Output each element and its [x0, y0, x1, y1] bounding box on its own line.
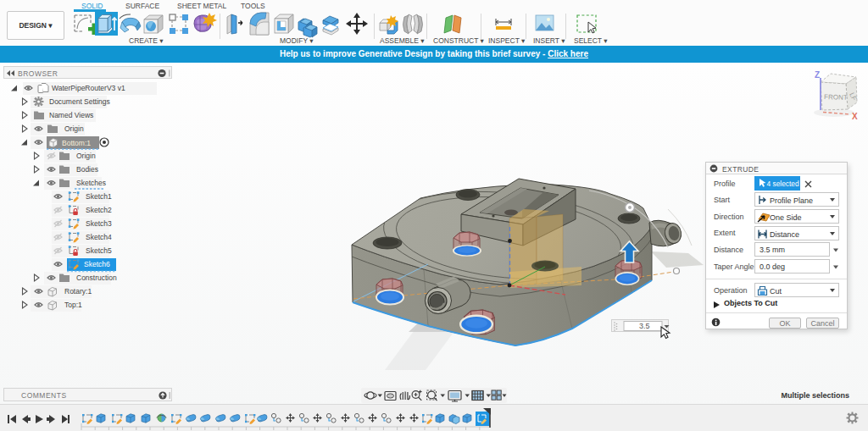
svg-text:Sketch1: Sketch1 [86, 192, 112, 201]
svg-text:Origin: Origin [76, 152, 96, 160]
svg-text:Named Views: Named Views [49, 111, 93, 119]
svg-text:4 selected: 4 selected [767, 180, 800, 188]
svg-text:Cut: Cut [770, 287, 782, 296]
svg-text:3.5: 3.5 [639, 322, 650, 330]
svg-text:FRONT: FRONT [824, 93, 848, 102]
svg-text:Bottom:1: Bottom:1 [62, 139, 91, 147]
svg-text:Top:1: Top:1 [64, 301, 82, 309]
svg-text:One Side: One Side [770, 213, 802, 222]
svg-text:Distance: Distance [770, 230, 799, 239]
svg-text:Profile Plane: Profile Plane [770, 196, 813, 205]
svg-text:Bodies: Bodies [76, 165, 98, 174]
svg-text:Sketch3: Sketch3 [86, 219, 112, 228]
svg-text:Origin: Origin [64, 124, 84, 133]
svg-text:Sketch5: Sketch5 [86, 246, 112, 255]
svg-text:Sketch2: Sketch2 [86, 206, 112, 214]
svg-text:COMMENTS: COMMENTS [21, 391, 67, 400]
svg-text:Document Settings: Document Settings [49, 97, 110, 106]
svg-text:Sketch6: Sketch6 [84, 260, 110, 268]
svg-text:Construction: Construction [76, 274, 117, 282]
svg-text:WaterPipeRouterV3 v1: WaterPipeRouterV3 v1 [52, 84, 125, 92]
svg-text:EXTRUDE: EXTRUDE [722, 165, 759, 174]
svg-text:Sketches: Sketches [76, 179, 106, 187]
svg-text:Rotary:1: Rotary:1 [64, 287, 92, 296]
svg-text:Z: Z [815, 70, 820, 80]
svg-text:X: X [852, 112, 858, 121]
svg-text:Sketch4: Sketch4 [86, 233, 112, 241]
